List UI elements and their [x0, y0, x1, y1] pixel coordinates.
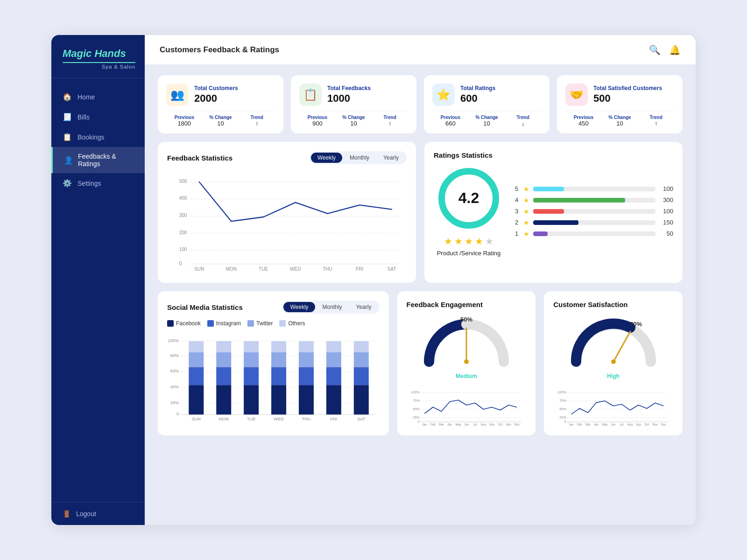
svg-point-94	[611, 359, 616, 364]
svg-rect-56	[326, 341, 341, 352]
svg-rect-46	[271, 367, 286, 385]
satisfied-change-value: 10	[616, 120, 623, 127]
svg-text:TUE: TUE	[247, 417, 256, 421]
svg-text:0: 0	[176, 412, 179, 416]
svg-text:Jan: Jan	[422, 423, 427, 426]
svg-text:Dec: Dec	[514, 423, 519, 426]
feedbacks-value: 1000	[327, 92, 371, 105]
legend-label-twitter: Twitter	[256, 320, 273, 327]
feedback-stats-title: Feedback Statistics	[167, 154, 233, 162]
stat-card-ratings: ⭐ Total Ratings 600 Previous 660 % Chang…	[424, 75, 550, 133]
svg-rect-58	[354, 367, 369, 385]
social-tab-yearly[interactable]: Yearly	[350, 302, 378, 312]
feedbacks-trend-label: Trend	[384, 115, 396, 120]
engagement-gauge: 50%	[420, 315, 513, 371]
svg-text:50%: 50%	[559, 407, 566, 411]
svg-text:Dec: Dec	[661, 423, 666, 426]
bar-sat	[354, 341, 369, 414]
svg-text:May: May	[455, 423, 461, 426]
feedbacks-stat-icon: 📋	[299, 84, 322, 106]
ratings-bars: 5 ★ 100 4 ★ 300	[515, 185, 673, 238]
legend-dot-others	[279, 320, 286, 327]
social-tab-weekly[interactable]: Weekly	[283, 302, 315, 312]
feedback-tab-monthly[interactable]: Monthly	[343, 153, 376, 163]
customers-change-value: 10	[217, 120, 224, 127]
legend-twitter: Twitter	[247, 320, 273, 327]
satisfied-prev-value: 450	[578, 120, 589, 127]
svg-rect-48	[271, 341, 286, 352]
search-icon[interactable]: 🔍	[649, 44, 661, 56]
sidebar-nav: 🏠 Home 🧾 Bills 📋 Bookings 👤 Feedbacks & …	[51, 78, 145, 502]
bar-thu	[299, 341, 314, 414]
logo-title: Magic Hands	[63, 48, 135, 59]
feedback-tab-yearly[interactable]: Yearly	[377, 153, 405, 163]
legend-label-others: Others	[288, 320, 305, 327]
satisfied-trend-arrow: ↑	[655, 120, 658, 127]
logout-icon: 🚪	[63, 510, 70, 518]
svg-text:Jan: Jan	[569, 423, 574, 426]
satisfied-trend-label: Trend	[650, 115, 662, 120]
svg-text:Apr: Apr	[594, 423, 599, 426]
legend-label-facebook: Facebook	[176, 320, 201, 327]
svg-rect-54	[326, 367, 341, 385]
topbar: Customers Feedback & Ratings 🔍 🔔	[145, 35, 696, 65]
feedback-tab-weekly[interactable]: Weekly	[311, 153, 342, 163]
sidebar-item-label-bills: Bills	[78, 113, 90, 121]
logout-button[interactable]: 🚪 Logout	[51, 502, 145, 525]
svg-text:70%: 70%	[630, 321, 642, 328]
svg-text:Feb: Feb	[577, 423, 582, 426]
svg-text:60%: 60%	[170, 369, 179, 373]
social-tab-monthly[interactable]: Monthly	[316, 302, 349, 312]
sidebar-item-feedbacks[interactable]: 👤 Feedbacks & Ratings	[51, 147, 145, 173]
svg-rect-47	[271, 352, 286, 367]
bills-icon: 🧾	[63, 112, 72, 121]
ratings-stats-title: Ratings Statistics	[434, 151, 493, 159]
svg-text:100: 100	[179, 247, 187, 252]
feedbacks-trend-arrow: ↑	[388, 120, 392, 127]
ratings-prev-label: Previous	[441, 115, 460, 120]
svg-text:SUN: SUN	[194, 266, 204, 272]
svg-line-93	[613, 331, 630, 362]
svg-text:40%: 40%	[170, 385, 179, 389]
sidebar-item-bills[interactable]: 🧾 Bills	[51, 107, 145, 127]
svg-rect-50	[299, 367, 314, 385]
svg-text:TUE: TUE	[259, 266, 268, 272]
svg-rect-42	[244, 367, 259, 385]
feedbacks-label: Total Feedbacks	[327, 85, 371, 91]
svg-text:Sep: Sep	[489, 423, 494, 426]
svg-text:Jul: Jul	[620, 423, 624, 426]
svg-rect-44	[244, 341, 259, 352]
stat-card-feedbacks: 📋 Total Feedbacks 1000 Previous 900 % Ch…	[291, 75, 416, 133]
svg-rect-57	[354, 385, 369, 414]
rating-bar-1: 1 ★ 50	[515, 230, 673, 238]
svg-text:MON: MON	[218, 417, 229, 421]
star-5: ★	[485, 236, 493, 247]
ratings-stat-icon: ⭐	[432, 84, 455, 106]
sidebar-item-bookings[interactable]: 📋 Bookings	[51, 127, 145, 147]
svg-text:4.2: 4.2	[458, 189, 479, 206]
satisfied-prev-label: Previous	[574, 115, 593, 120]
ratings-value: 600	[460, 92, 495, 105]
sidebar-item-home[interactable]: 🏠 Home	[51, 87, 145, 107]
svg-rect-36	[189, 341, 204, 352]
svg-rect-41	[244, 385, 259, 414]
logo-name-bold: Magic Hands	[63, 48, 126, 59]
svg-text:Nov: Nov	[506, 423, 511, 426]
ratings-change-value: 10	[483, 120, 490, 127]
svg-text:SAT: SAT	[388, 266, 396, 272]
star-4: ★	[475, 236, 483, 247]
social-media-card: Social Media Statistics Weekly Monthly Y…	[158, 291, 389, 435]
sidebar-logo: Magic Hands Spa & Salon	[51, 35, 145, 78]
svg-rect-55	[326, 352, 341, 367]
sidebar: Magic Hands Spa & Salon 🏠 Home 🧾 Bills 📋…	[51, 35, 145, 525]
customers-change-label: % Change	[209, 115, 232, 120]
svg-text:Jun: Jun	[464, 423, 469, 426]
svg-text:Jun: Jun	[611, 423, 616, 426]
sidebar-item-settings[interactable]: ⚙️ Settings	[51, 173, 145, 193]
settings-icon: ⚙️	[63, 179, 72, 188]
bookings-icon: 📋	[63, 133, 72, 141]
legend-dot-facebook	[167, 320, 174, 327]
bell-icon[interactable]: 🔔	[669, 44, 681, 56]
svg-text:FRI: FRI	[356, 266, 363, 272]
social-media-title: Social Media Statistics	[167, 303, 243, 311]
